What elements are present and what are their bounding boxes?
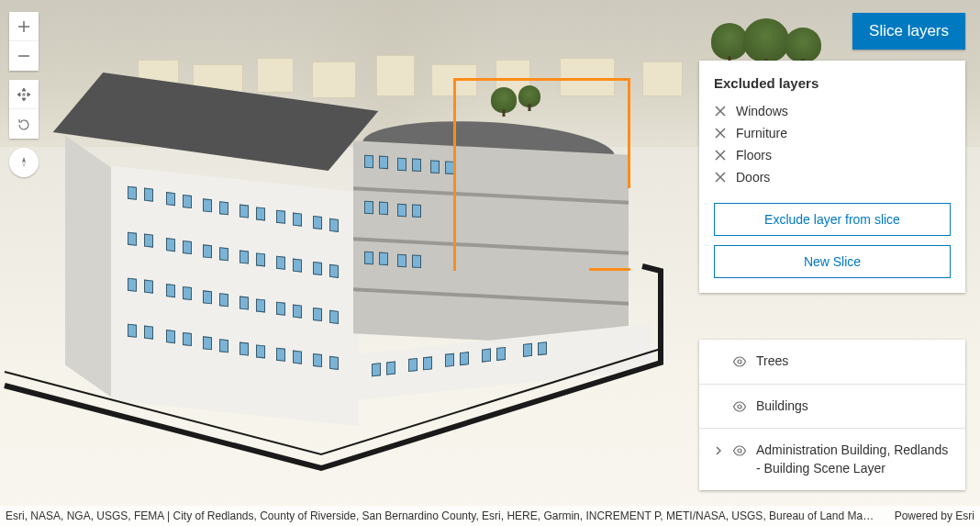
excluded-layers-list: Windows Furniture Floors Doors [714,100,951,188]
plus-icon [17,19,31,34]
compass-button[interactable] [9,148,39,177]
zoom-in-button[interactable] [9,12,39,41]
excluded-layer-item: Windows [714,100,951,122]
expand-icon[interactable] [714,443,723,458]
rotate-icon [17,117,31,131]
excluded-layer-item: Furniture [714,122,951,144]
powered-by-text[interactable]: Powered by Esri [895,509,974,522]
visibility-icon[interactable] [732,354,747,369]
compass-icon [17,155,31,170]
layer-row[interactable]: Buildings [699,385,965,430]
remove-icon[interactable] [714,127,727,140]
layer-list-panel: Trees Buildings Administration Building,… [699,340,965,490]
svg-point-0 [738,360,741,364]
layer-label: Administration Building, Redlands - Buil… [756,442,951,477]
excluded-layer-item: Doors [714,166,951,188]
remove-icon[interactable] [714,171,727,184]
layer-label: Trees [756,353,951,371]
pan-icon [17,87,31,102]
layer-row[interactable]: Trees [699,340,965,385]
attribution-bar: Esri, NASA, NGA, USGS, FEMA | City of Re… [0,506,980,526]
exclude-layer-button[interactable]: Exclude layer from slice [714,203,951,236]
slice-plane-indicator[interactable] [453,78,628,271]
attribution-text: Esri, NASA, NGA, USGS, FEMA | City of Re… [6,509,876,522]
pan-button[interactable] [9,80,39,109]
rotate-button[interactable] [9,109,39,139]
layer-row[interactable]: Administration Building, Redlands - Buil… [699,429,965,490]
excluded-layer-label: Windows [736,104,788,118]
zoom-out-button[interactable] [9,41,39,71]
visibility-icon[interactable] [732,443,747,458]
svg-point-2 [738,449,741,453]
slice-panel-title: Excluded layers [714,75,951,91]
minus-icon [17,49,31,63]
remove-icon[interactable] [714,149,727,162]
svg-point-1 [738,405,741,408]
excluded-layer-label: Doors [736,170,770,185]
slice-panel: Excluded layers Windows Furniture Floors… [699,61,965,293]
visibility-icon[interactable] [732,399,747,414]
remove-icon[interactable] [714,105,727,118]
excluded-layer-label: Floors [736,148,772,162]
navigation-controls [9,12,39,177]
excluded-layer-label: Furniture [736,126,787,140]
slice-layers-button[interactable]: Slice layers [852,13,965,50]
excluded-layer-item: Floors [714,144,951,166]
new-slice-button[interactable]: New Slice [714,245,951,278]
layer-label: Buildings [756,397,951,416]
